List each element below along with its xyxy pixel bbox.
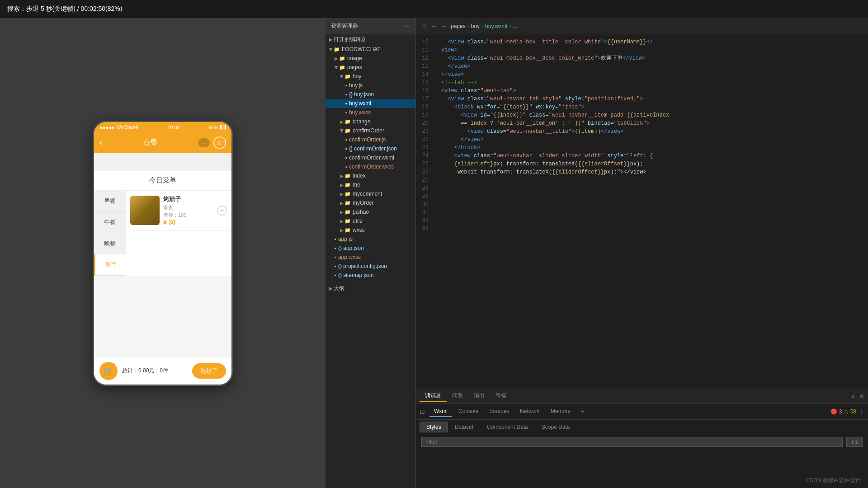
wxml-file-icon: ▪	[345, 101, 347, 106]
json-file-icon: ▪	[345, 146, 347, 151]
food-stock: 库存：100	[163, 212, 213, 219]
back-icon[interactable]: ‹	[99, 138, 102, 147]
main-container: ●●●●● WeChat令 20:00 56% ▓ ‹ 点餐 ··· ◎	[0, 18, 868, 488]
time-label: 20:00	[167, 125, 180, 130]
js-file-icon: ▪	[345, 137, 347, 142]
tab-console[interactable]: Console	[454, 406, 483, 417]
arrow-icon: ▶	[340, 174, 344, 178]
tab-component-data[interactable]: Component Data	[480, 422, 535, 432]
file-tree-body: ▶ 打开的编辑器 ▶ 📁 FOODWECHAT ▶ 📁 image ▶ 📁 pa…	[326, 34, 415, 488]
tab-wxml[interactable]: Wxml	[429, 406, 452, 417]
more-icon[interactable]: ···	[198, 138, 210, 147]
arrow-icon: ▶	[340, 210, 344, 215]
devtools-options-icon[interactable]: ⋮	[858, 408, 864, 415]
arrow-icon: ▶	[340, 183, 344, 188]
code-line: <block wx:for="{{tabs}}" wx:key="*this">	[434, 103, 868, 111]
folder-name: change	[353, 118, 370, 125]
filter-bar: .cls	[416, 434, 868, 450]
bookmarks-icon[interactable]: ☆	[421, 23, 427, 30]
tab-sources[interactable]: Sources	[485, 406, 514, 417]
tab-dinner[interactable]: 晚餐	[94, 233, 126, 254]
add-food-button[interactable]: +	[217, 206, 227, 216]
outline-section[interactable]: ▶ 大纲	[326, 283, 415, 294]
folder-change[interactable]: ▶ 📁 change	[326, 117, 415, 126]
file-buy-js[interactable]: ▪ buy.js	[326, 81, 415, 90]
folder-icon: 📁	[339, 65, 345, 70]
cart-icon[interactable]: 🛒	[99, 362, 118, 380]
folder-icon: 📁	[344, 173, 351, 179]
file-tree-menu-icon[interactable]: ⋯	[403, 22, 410, 30]
bottom-bar: CSDN @黑白软件设计	[798, 473, 868, 488]
code-line: </view>	[434, 62, 868, 70]
file-name: confirmOrder.wxss	[349, 164, 394, 170]
folder-myorder[interactable]: ▶ 📁 myOrder	[326, 198, 415, 207]
confirm-button[interactable]: 选好了	[192, 363, 226, 379]
arrow-icon: ▶	[340, 192, 344, 197]
menu-title: 今日菜单	[149, 176, 176, 184]
filter-input[interactable]	[421, 437, 843, 447]
tab-debugger[interactable]: 调试器	[420, 390, 447, 402]
tab-network[interactable]: Network	[515, 406, 544, 417]
tab-more[interactable]: »	[576, 406, 589, 417]
file-sitemap-json[interactable]: ▪ {} sitemap.json	[326, 271, 415, 280]
expand-icon[interactable]: ∧	[851, 393, 855, 399]
food-list: 烤茄子 宵夜 库存：100 ¥ 30 +	[126, 191, 231, 276]
arrow-icon: ▶	[340, 201, 344, 206]
folder-buy[interactable]: ▶ 📁 buy	[326, 72, 415, 81]
close-icon[interactable]: ✕	[859, 393, 864, 400]
nav-forward-icon[interactable]: →	[441, 23, 447, 30]
folder-utils[interactable]: ▶ 📁 utils	[326, 216, 415, 225]
folder-image[interactable]: ▶ 📁 image	[326, 54, 415, 63]
file-buy-json[interactable]: ▪ {} buy.json	[326, 90, 415, 99]
file-buy-wxml[interactable]: ▪ buy.wxml	[326, 99, 415, 108]
tab-output[interactable]: 输出	[468, 390, 490, 402]
file-confirmorder-json[interactable]: ▪ {} confirmOrder.json	[326, 144, 415, 153]
file-app-wxss[interactable]: ▪ app.wxss	[326, 253, 415, 262]
file-app-json[interactable]: ▪ {} app.json	[326, 244, 415, 253]
tab-breakfast[interactable]: 早餐	[94, 191, 126, 212]
file-confirmorder-js[interactable]: ▪ confirmOrder.js	[326, 135, 415, 144]
folder-confirmorder[interactable]: ▶ 📁 confirmOrder	[326, 126, 415, 135]
food-desc: 宵夜	[163, 204, 213, 211]
code-lines[interactable]: <view class="weui-media-box__title color…	[434, 34, 868, 389]
file-buy-wxss[interactable]: ▪ buy.wxss	[326, 108, 415, 117]
search-label: 搜索：步退 5 秒(关键帧) / 00:02:50(82%)	[7, 5, 122, 13]
arrow-icon: ▶	[340, 219, 344, 224]
tab-lunch[interactable]: 午餐	[94, 212, 126, 233]
expand-icon: ▶	[329, 47, 334, 51]
open-editors-section[interactable]: ▶ 打开的编辑器	[326, 34, 415, 45]
file-project-config[interactable]: ▪ {} project.config.json	[326, 262, 415, 271]
folder-paihao[interactable]: ▶ 📁 paihao	[326, 207, 415, 216]
folder-wxss[interactable]: ▶ 📁 wxss	[326, 225, 415, 235]
tab-memory[interactable]: Memory	[546, 406, 575, 417]
code-line: <view id="{{index}}" class="weui-navbar_…	[434, 111, 868, 119]
camera-icon[interactable]: ◎	[213, 136, 226, 149]
nav-back-icon[interactable]: ←	[431, 23, 437, 30]
project-root[interactable]: ▶ 📁 FOODWECHAT	[326, 45, 415, 54]
select-icon[interactable]: ⊡	[420, 408, 425, 415]
tab-issues[interactable]: 问题	[447, 390, 468, 402]
filter-cls-button[interactable]: .cls	[846, 437, 863, 447]
phone-preview-panel: ●●●●● WeChat令 20:00 56% ▓ ‹ 点餐 ··· ◎	[0, 18, 326, 488]
arrow-icon: ▶	[340, 228, 344, 233]
tab-latenight[interactable]: 夜宵	[94, 254, 126, 276]
file-name: app.wxss	[338, 254, 361, 260]
phone-status-bar: ●●●●● WeChat令 20:00 56% ▓	[94, 122, 231, 133]
folder-me[interactable]: ▶ 📁 me	[326, 180, 415, 189]
file-confirmorder-wxml[interactable]: ▪ confirmOrder.wxml	[326, 153, 415, 162]
tab-dataset[interactable]: Dataset	[448, 422, 480, 432]
json-file-icon: ▪	[345, 92, 347, 97]
arrow-icon: ▶	[334, 66, 339, 69]
folder-index[interactable]: ▶ 📁 index	[326, 171, 415, 180]
tab-styles[interactable]: Styles	[420, 422, 448, 432]
folder-name: me	[353, 182, 360, 188]
folder-pages[interactable]: ▶ 📁 pages	[326, 63, 415, 72]
file-app-js[interactable]: ▪ app.js	[326, 235, 415, 244]
file-confirmorder-wxss[interactable]: ▪ confirmOrder.wxss	[326, 162, 415, 171]
folder-mycomment[interactable]: ▶ 📁 mycomment	[326, 189, 415, 198]
breadcrumb-pages: pages	[451, 23, 466, 29]
js-file-icon: ▪	[335, 236, 336, 242]
folder-icon: 📁	[344, 209, 351, 215]
tab-terminal[interactable]: 终端	[490, 390, 512, 402]
tab-scope-data[interactable]: Scope Data	[535, 422, 577, 432]
